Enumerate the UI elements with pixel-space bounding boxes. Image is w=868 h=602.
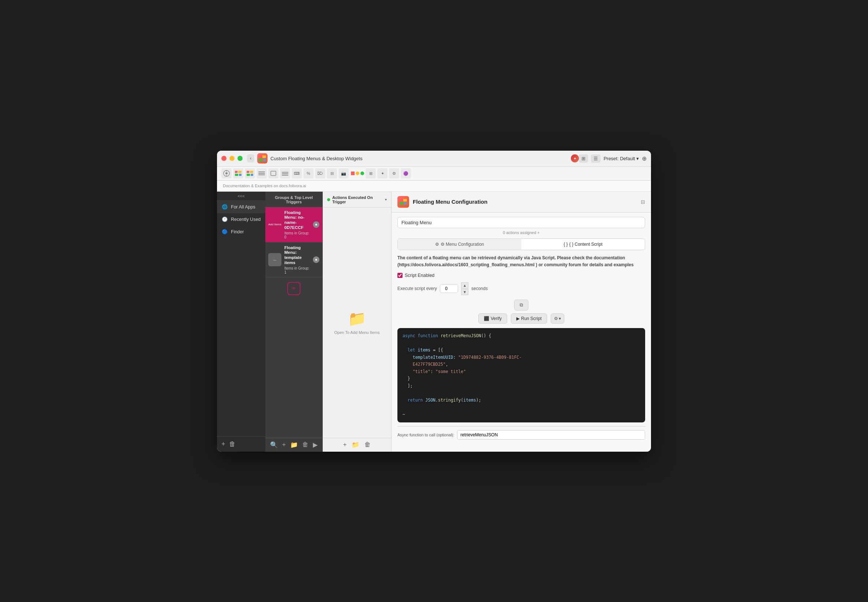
script-settings-button[interactable]: ⚙ ▾ xyxy=(551,313,564,324)
svg-rect-21 xyxy=(282,174,288,174)
toolbar-icon-12[interactable]: ⊞ xyxy=(366,168,376,178)
svg-rect-8 xyxy=(235,171,237,173)
sidebar-item-for-all-apps[interactable]: 🌐 For All Apps xyxy=(217,201,265,213)
script-enabled-checkbox[interactable] xyxy=(397,273,403,278)
sidebar-collapse-button[interactable]: <<< xyxy=(217,192,265,201)
copy-btn-row: ⧉ xyxy=(397,299,645,310)
group-info-2: Floating Menu: template items Items in G… xyxy=(284,246,310,274)
toolbar-icon-5[interactable] xyxy=(268,168,279,178)
svg-rect-26 xyxy=(404,202,407,205)
toolbar-icon-4[interactable] xyxy=(257,168,267,178)
assigned-count[interactable]: 0 actions assigned + xyxy=(397,230,645,235)
group-item-2[interactable]: — Floating Menu: template items Items in… xyxy=(265,243,322,278)
groups-add-button[interactable]: + xyxy=(282,441,286,449)
svg-rect-9 xyxy=(238,171,242,173)
folder-icon: 📁 xyxy=(348,310,366,327)
open-to-add-label: Open To Add Menu Items xyxy=(334,330,380,335)
group-thumb-label-2: — xyxy=(273,258,276,261)
svg-rect-16 xyxy=(259,172,265,172)
config-collapse-button[interactable]: ⊟ xyxy=(641,199,645,205)
execute-script-row: Execute script every ▲ ▼ seconds xyxy=(397,283,645,295)
split-view-button[interactable]: ⊞ xyxy=(579,154,588,163)
tab-menu-configuration[interactable]: ⚙ ⚙ Menu Configuration xyxy=(398,239,522,250)
copy-button[interactable]: ⧉ xyxy=(514,299,528,310)
preset-button[interactable]: Preset: Default ▾ xyxy=(603,156,639,161)
group-sub-2: Items in Group: 1 xyxy=(284,266,310,274)
toolbar-icon-15[interactable]: 🟣 xyxy=(401,168,411,178)
svg-rect-20 xyxy=(282,172,288,173)
svg-rect-0 xyxy=(259,155,262,158)
groups-play-button[interactable]: ▶ xyxy=(313,441,318,449)
verify-button[interactable]: ⬛ Verify xyxy=(478,313,507,324)
toolbar-icon-9[interactable]: ⌦ xyxy=(315,168,325,178)
async-func-input[interactable] xyxy=(457,430,645,439)
group-stop-button-1[interactable]: ■ xyxy=(313,221,320,228)
more-options-button[interactable]: ⊕ xyxy=(642,155,646,162)
svg-rect-12 xyxy=(247,171,249,173)
finder-icon: 🔵 xyxy=(222,229,228,235)
run-script-button[interactable]: ▶ Run Script xyxy=(511,313,547,324)
svg-rect-10 xyxy=(235,174,238,176)
group-thumb-label-1: Add Items xyxy=(268,223,282,226)
sidebar-item-finder[interactable]: 🔵 Finder xyxy=(217,226,265,238)
groups-search-button[interactable]: 🔍 xyxy=(270,441,278,449)
doc-link[interactable]: Documentation & Examples on docs.folivor… xyxy=(223,184,306,188)
close-button[interactable] xyxy=(222,156,226,161)
window-title: Custom Floating Menus & Desktop Widgets xyxy=(271,156,568,161)
svg-rect-23 xyxy=(400,199,403,201)
svg-rect-24 xyxy=(403,199,407,201)
stepper-down-button[interactable]: ▼ xyxy=(461,289,468,295)
actions-header: Actions Executed On Trigger ▾ xyxy=(323,192,391,207)
actions-folder-button[interactable]: 📁 xyxy=(352,441,359,449)
group-stop-button-2[interactable]: ■ xyxy=(313,256,320,263)
svg-rect-13 xyxy=(250,171,253,173)
run-icon: ▶ xyxy=(516,316,520,321)
config-header: Floating Menu Configuration ⊟ xyxy=(392,192,651,212)
maximize-button[interactable] xyxy=(237,156,243,161)
add-app-button[interactable]: + xyxy=(222,440,225,448)
group-sub-1: Items in Group: 0 xyxy=(284,231,310,239)
toolbar: ⌨ % ⌦ ⊟ 📷 ⊞ ✦ ⚙ 🟣 xyxy=(217,167,651,181)
action-buttons-row: ⬛ Verify ▶ Run Script ⚙ ▾ xyxy=(397,313,645,324)
svg-rect-1 xyxy=(262,155,266,158)
dot-red xyxy=(351,172,355,175)
delete-app-button[interactable]: 🗑 xyxy=(229,440,235,448)
toolbar-icon-3[interactable] xyxy=(245,168,255,178)
toolbar-icon-10[interactable]: ⊟ xyxy=(327,168,337,178)
config-body: Floating Menu 0 actions assigned + ⚙ ⚙ M… xyxy=(392,212,651,452)
actions-delete-button[interactable]: 🗑 xyxy=(365,441,371,449)
add-group-button[interactable]: + xyxy=(287,282,300,295)
async-func-row: Async function to call (optional): xyxy=(397,426,645,439)
sidebar-item-recently-used[interactable]: 🕐 Recently Used xyxy=(217,213,265,226)
actions-chevron-icon: ▾ xyxy=(385,198,387,201)
minimize-button[interactable] xyxy=(229,156,235,161)
sidebar-bottom: + 🗑 xyxy=(217,436,265,452)
toolbar-icon-11[interactable]: 📷 xyxy=(339,168,349,178)
toolbar-icon-13[interactable]: ✦ xyxy=(377,168,388,178)
groups-folder-button[interactable]: 📁 xyxy=(290,441,298,449)
svg-rect-17 xyxy=(259,173,265,174)
settings-icon: ⚙ xyxy=(554,316,558,321)
execute-interval-input[interactable] xyxy=(440,284,458,293)
async-func-label: Async function to call (optional): xyxy=(397,433,454,437)
floating-menu-dropdown[interactable]: Floating Menu xyxy=(397,217,645,228)
actions-add-button[interactable]: + xyxy=(343,441,347,449)
toolbar-icon-8[interactable]: % xyxy=(303,168,314,178)
recently-used-icon: 🕐 xyxy=(222,216,228,223)
toolbar-icon-2[interactable] xyxy=(233,168,243,178)
back-button[interactable]: ‹ xyxy=(247,154,254,163)
tab-content-script[interactable]: { } { } Content Script xyxy=(522,239,645,250)
toolbar-icon-7[interactable]: ⌨ xyxy=(292,168,302,178)
toolbar-icon-14[interactable]: ⚙ xyxy=(389,168,399,178)
list-view-button[interactable]: ☰ xyxy=(591,154,600,163)
toolbar-icon-1[interactable] xyxy=(222,168,232,178)
code-editor[interactable]: async function retrieveMenuJSON() { let … xyxy=(397,328,645,423)
group-item-1[interactable]: Add Items Floating Menu: no-name-0D7ECCF… xyxy=(265,207,322,243)
svg-rect-11 xyxy=(239,174,242,176)
script-enabled-label: Script Enabled xyxy=(405,273,434,278)
dot-yellow xyxy=(356,172,359,175)
config-app-icon xyxy=(397,196,409,208)
groups-delete-button[interactable]: 🗑 xyxy=(302,441,308,449)
toolbar-icon-6[interactable] xyxy=(280,168,290,178)
stepper-up-button[interactable]: ▲ xyxy=(461,283,468,289)
